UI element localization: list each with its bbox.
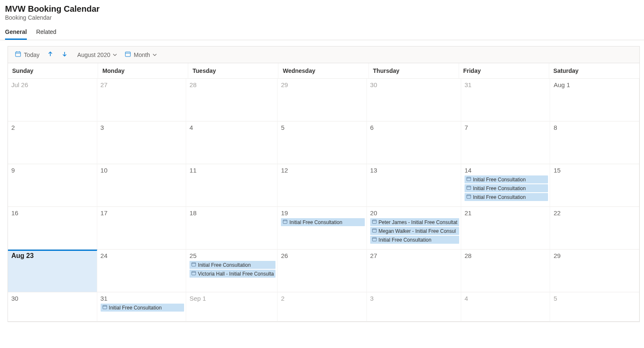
calendar-day-cell[interactable]: 19Initial Free Consultation: [278, 207, 367, 250]
day-header-cell: Sunday: [8, 63, 98, 78]
calendar-day-cell[interactable]: 31Initial Free Consultation: [97, 292, 187, 322]
svg-rect-24: [192, 271, 195, 275]
calendar-event[interactable]: Megan Walker - Initial Free Consul: [370, 227, 459, 235]
calendar-day-cell[interactable]: 13: [367, 164, 461, 207]
tab-related[interactable]: Related: [36, 28, 56, 40]
day-header-cell: Saturday: [549, 63, 639, 78]
calendar-day-cell[interactable]: 12: [278, 164, 367, 207]
calendar-day-cell[interactable]: 28: [186, 79, 278, 121]
date-label: 27: [370, 252, 459, 259]
calendar-day-cell[interactable]: 4: [461, 292, 551, 322]
calendar-day-cell[interactable]: 7: [461, 121, 551, 164]
calendar-day-cell[interactable]: 30: [367, 79, 461, 121]
date-label: 13: [370, 167, 459, 174]
calendar-day-cell[interactable]: 10: [97, 164, 187, 207]
calendar-day-cell[interactable]: 30: [8, 292, 97, 322]
calendar-day-cell[interactable]: 22: [550, 207, 639, 250]
calendar-day-cell[interactable]: 17: [97, 207, 187, 250]
date-label: Sep 1: [190, 295, 275, 302]
calendar-day-cell[interactable]: 29: [550, 250, 639, 292]
date-label: 2: [281, 295, 365, 302]
day-header-cell: Wednesday: [278, 63, 369, 78]
calendar-day-cell[interactable]: 15: [550, 164, 639, 207]
calendar-day-cell[interactable]: 16: [8, 207, 97, 250]
date-label: Aug 23: [11, 252, 95, 260]
calendar-day-cell[interactable]: 28: [461, 250, 551, 292]
calendar-day-cell[interactable]: 2: [8, 121, 97, 164]
date-label: 4: [465, 295, 548, 302]
event-title: Initial Free Consultation: [198, 262, 251, 268]
calendar-day-cell[interactable]: 27: [367, 250, 461, 292]
calendar-day-cell[interactable]: 2: [278, 292, 367, 322]
calendar-day-cell[interactable]: 24: [97, 250, 187, 292]
calendar-day-cell[interactable]: Sep 1: [186, 292, 278, 322]
event-title: Initial Free Consultation: [379, 237, 431, 243]
event-calendar-icon: [466, 185, 471, 191]
calendar-day-cell[interactable]: 27: [97, 79, 187, 121]
date-label: 18: [190, 209, 275, 217]
events-list: Initial Free Consultation: [101, 304, 184, 312]
calendar-day-cell[interactable]: 25Initial Free ConsultationVictoria Hall…: [186, 250, 278, 292]
calendar-day-cell[interactable]: 5: [278, 121, 367, 164]
calendar-day-cell[interactable]: 29: [278, 79, 367, 121]
month-label: August 2020: [77, 52, 110, 58]
calendar-event[interactable]: Initial Free Consultation: [465, 184, 548, 192]
calendar-toolbar: Today August 2020: [8, 46, 639, 63]
events-list: Initial Free Consultation: [281, 218, 365, 226]
tab-bar: General Related: [0, 28, 644, 40]
calendar-day-cell[interactable]: 21: [461, 207, 551, 250]
calendar-day-cell[interactable]: Jul 26: [8, 79, 97, 121]
date-label: 24: [101, 252, 184, 259]
calendar-event[interactable]: Initial Free Consultation: [101, 304, 184, 312]
calendar-event[interactable]: Initial Free Consultation: [465, 175, 548, 183]
page-title: MVW Booking Calendar: [5, 3, 639, 14]
calendar-day-cell[interactable]: 8: [550, 121, 639, 164]
events-list: Peter James - Initial Free ConsultatMega…: [370, 218, 459, 244]
calendar-event[interactable]: Victoria Hall - Initial Free Consulta: [190, 270, 275, 278]
calendar-day-cell[interactable]: 5: [550, 292, 639, 322]
calendar-day-cell[interactable]: 3: [367, 292, 461, 322]
calendar-day-cell[interactable]: 6: [367, 121, 461, 164]
svg-rect-22: [192, 263, 195, 266]
calendar-event[interactable]: Initial Free Consultation: [281, 218, 365, 226]
day-header-cell: Friday: [459, 63, 549, 78]
date-label: Jul 26: [11, 81, 95, 88]
calendar-day-cell[interactable]: 3: [97, 121, 187, 164]
today-button[interactable]: Today: [12, 50, 42, 59]
calendar-day-cell[interactable]: 26: [278, 250, 367, 292]
calendar-day-cell[interactable]: 14Initial Free ConsultationInitial Free …: [461, 164, 551, 207]
calendar-day-cell[interactable]: 9: [8, 164, 97, 207]
calendar-day-cell[interactable]: 20Peter James - Initial Free ConsultatMe…: [367, 207, 461, 250]
svg-rect-10: [467, 186, 470, 190]
today-label: Today: [24, 52, 39, 58]
event-title: Initial Free Consultation: [473, 186, 526, 191]
svg-rect-0: [16, 52, 21, 57]
calendar-event[interactable]: Initial Free Consultation: [370, 236, 459, 244]
calendar-event[interactable]: Peter James - Initial Free Consultat: [370, 218, 459, 226]
calendar-day-cell[interactable]: 18: [186, 207, 278, 250]
calendar-event[interactable]: Initial Free Consultation: [465, 193, 548, 201]
calendar-day-cell[interactable]: 4: [186, 121, 278, 164]
event-calendar-icon: [466, 176, 471, 183]
next-button[interactable]: [59, 50, 70, 59]
event-title: Initial Free Consultation: [289, 219, 342, 225]
calendar-day-cell[interactable]: Aug 23: [8, 250, 97, 292]
event-calendar-icon: [102, 304, 107, 311]
tab-general[interactable]: General: [5, 28, 27, 40]
month-picker[interactable]: August 2020: [75, 51, 119, 59]
calendar-day-cell[interactable]: Aug 1: [550, 79, 639, 121]
prev-button[interactable]: [44, 50, 56, 59]
date-label: 10: [101, 167, 184, 174]
calendar-event[interactable]: Initial Free Consultation: [190, 261, 275, 269]
svg-rect-18: [372, 229, 376, 232]
calendar-day-cell[interactable]: 11: [186, 164, 278, 207]
event-title: Initial Free Consultation: [109, 305, 162, 311]
date-label: 26: [281, 252, 365, 259]
view-picker[interactable]: Month: [122, 50, 159, 59]
day-header-row: SundayMondayTuesdayWednesdayThursdayFrid…: [8, 63, 639, 79]
arrow-down-icon: [61, 51, 68, 59]
event-calendar-icon: [191, 262, 196, 268]
view-label: Month: [134, 52, 150, 58]
calendar-icon: [125, 51, 131, 59]
calendar-day-cell[interactable]: 31: [461, 79, 551, 121]
